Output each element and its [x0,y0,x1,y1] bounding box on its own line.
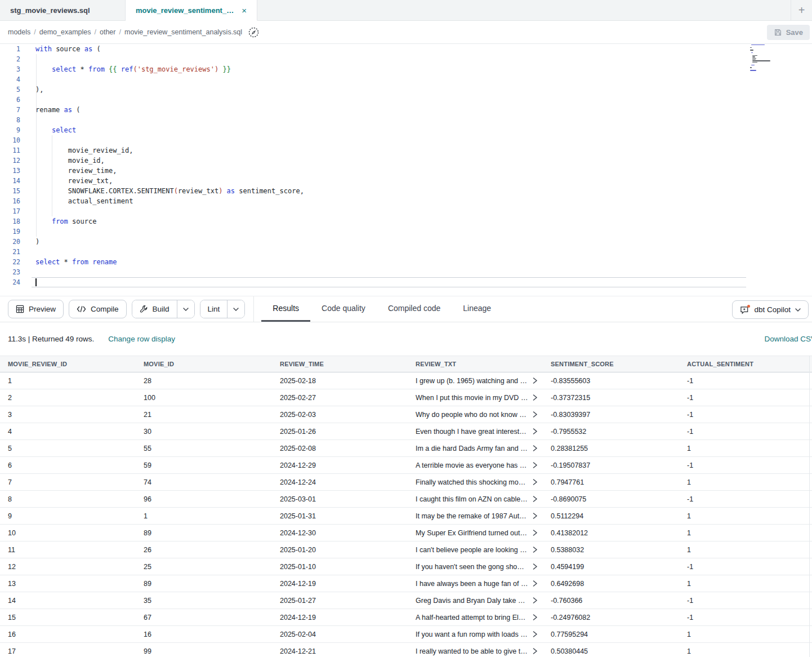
indent-guide [52,135,52,216]
code-line-17: 17 [0,206,812,216]
copilot-button[interactable]: dbt Copilot [732,300,809,319]
compile-button[interactable]: Compile [69,300,127,318]
code-line-21: 21 [0,247,812,257]
text-cursor [35,278,37,286]
lint-button[interactable]: Lint [200,300,227,318]
table-cell: 1 [679,631,812,638]
breadcrumb-item[interactable]: other [100,28,116,36]
minimap-bar [751,52,753,53]
close-icon[interactable]: × [242,6,247,15]
column-header[interactable]: REVIEW_TXT [408,361,543,367]
minimap-line [750,48,787,49]
preview-button[interactable]: Preview [8,300,64,318]
table-cell: 2025-02-08 [272,445,408,452]
expand-row-icon[interactable] [533,614,538,620]
expand-row-icon[interactable] [533,411,538,418]
code-editor[interactable]: 1with source as (23 select * from {{ ref… [0,44,812,296]
minimap-bar [752,58,756,59]
expand-row-icon[interactable] [533,648,538,654]
tab-code-quality[interactable]: Code quality [310,296,377,322]
code-line-9: 9 select [0,125,812,135]
expand-row-icon[interactable] [533,428,538,434]
table-cell: 1 [679,445,812,452]
line-number: 14 [0,176,25,186]
minimap-bar [750,70,756,70]
expand-row-icon[interactable] [533,631,538,637]
table-cell: 89 [136,580,272,588]
table-cell: 1 [679,647,812,655]
lint-dropdown-button[interactable] [227,300,244,318]
expand-row-icon[interactable] [533,530,538,536]
code-text [25,115,35,125]
table-cell: 2024-12-19 [272,614,408,622]
breadcrumb-item[interactable]: demo_examples [39,28,91,36]
expand-row-icon[interactable] [533,563,538,570]
build-button[interactable]: Build [132,300,177,318]
tab-movie-review-sentiment[interactable]: movie_review_sentiment_… × [126,0,257,21]
line-number: 9 [0,125,25,135]
expand-row-icon[interactable] [533,496,538,502]
minimap-line [750,46,787,46]
minimap-line [750,45,787,45]
review-text: I really wanted to be able to give this … [416,647,528,655]
editor-toolbar: Preview Compile Build [0,296,812,322]
column-header[interactable]: SENTIMENT_SCORE [543,361,679,367]
table-cell: 10 [0,529,136,537]
code-line-5: 5), [0,85,812,95]
expand-row-icon[interactable] [533,547,538,553]
table-row: 1282025-02-18I grew up (b. 1965) watchin… [0,372,812,389]
code-text: actual_sentiment [25,196,133,206]
line-number: 23 [0,267,25,277]
table-cell: 5 [0,445,136,452]
editor-minimap[interactable] [750,44,787,74]
download-csv-link[interactable]: Download CSV [764,335,812,343]
expand-row-icon[interactable] [533,597,538,603]
table-row: 6592024-12-29A terrible movie as everyon… [0,457,812,474]
line-number: 4 [0,74,25,85]
expand-row-icon[interactable] [533,445,538,451]
table-cell: If you haven't seen the gong show TV s… [408,563,543,571]
table-cell: 9 [0,512,136,520]
change-row-display-link[interactable]: Change row display [108,335,175,343]
save-button[interactable]: Save [767,25,810,40]
table-cell: 25 [136,563,272,571]
breadcrumb-item[interactable]: movie_review_sentiment_analysis.sql [124,28,242,36]
copilot-icon[interactable] [248,26,260,38]
table-row: 912025-01-31It may be the remake of 1987… [0,508,812,525]
table-cell: 67 [136,614,272,622]
expand-row-icon[interactable] [533,479,538,485]
column-header[interactable]: MOVIE_ID [136,361,272,367]
line-number: 20 [0,237,25,247]
code-line-8: 8 [0,115,812,125]
expand-row-icon[interactable] [533,580,538,587]
column-header[interactable]: ACTUAL_SENTIMENT [679,361,812,367]
new-tab-button[interactable]: + [791,0,812,20]
table-row: 7742024-12-24Finally watched this shocki… [0,474,812,491]
expand-row-icon[interactable] [533,513,538,519]
table-cell: 2024-12-21 [272,647,408,655]
table-cell: 2025-02-18 [272,377,408,385]
code-text [25,247,35,257]
table-cell: My Super Ex Girlfriend turned out to b… [408,529,543,537]
expand-row-icon[interactable] [533,394,538,401]
table-cell: -0.7955532 [543,428,679,436]
column-header[interactable]: MOVIE_REVIEW_ID [0,361,136,367]
build-dropdown-button[interactable] [177,300,194,318]
table-cell: 0.6492698 [543,580,679,588]
minimap-bar [750,50,753,50]
tab-compiled-code[interactable]: Compiled code [377,296,452,322]
line-number: 10 [0,135,25,145]
expand-row-icon[interactable] [533,378,538,384]
column-header[interactable]: REVIEW_TIME [272,361,408,367]
tab-stg-movie-reviews[interactable]: stg_movie_reviews.sql [0,0,126,21]
tab-lineage[interactable]: Lineage [452,296,502,322]
minimap-bar [751,65,755,65]
code-text: review_time, [25,166,117,176]
editor-tab-bar: stg_movie_reviews.sql movie_review_senti… [0,0,812,21]
breadcrumb-item[interactable]: models [8,28,30,36]
table-cell: 55 [136,445,272,452]
code-line-22: 22select * from rename [0,257,812,267]
expand-row-icon[interactable] [533,462,538,468]
tab-results[interactable]: Results [261,296,310,322]
review-text: I can't believe people are looking for a… [416,546,528,554]
